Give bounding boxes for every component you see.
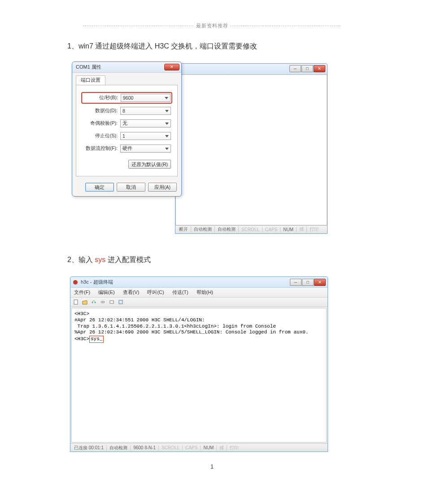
svg-point-2 [92, 302, 93, 303]
svg-rect-7 [119, 300, 122, 304]
host-titlebar: ─ □ ✕ [175, 64, 327, 75]
dialog-title: COM1 属性 [74, 64, 164, 70]
field-flowcontrol: 数据流控制(F): 硬件 [83, 145, 171, 153]
terminal-window: h3c - 超级终端 ─ □ ✕ 文件(F) 编辑(E) 查看(V) 呼叫(C)… [70, 276, 328, 452]
menu-file[interactable]: 文件(F) [72, 289, 92, 296]
dialog-titlebar: COM1 属性 ✕ [72, 62, 181, 73]
menu-bar: 文件(F) 编辑(E) 查看(V) 呼叫(C) 传送(T) 帮助(H) [70, 288, 328, 298]
cancel-button[interactable]: 取消 [117, 183, 145, 192]
host-window: ─ □ ✕ 断开 自动检测 自动检测 SCROLL CAPS NUM 捕 打印 [175, 63, 328, 234]
status-cell: 自动检测 [107, 445, 131, 451]
close-button[interactable]: ✕ [314, 279, 326, 286]
dialog-body: 位/秒(B): 9600 数据位(D): 8 奇偶校验(P): 无 停止位(S)… [76, 85, 178, 176]
svg-point-0 [73, 280, 78, 285]
status-cell: 已连接 00:01:1 [71, 445, 107, 451]
terminal-titlebar: h3c - 超级终端 ─ □ ✕ [70, 277, 328, 288]
menu-view[interactable]: 查看(V) [121, 289, 141, 296]
restore-defaults-button[interactable]: 还原为默认值(R) [128, 160, 171, 169]
menu-help[interactable]: 帮助(H) [195, 289, 215, 296]
status-cell: NUM [280, 227, 297, 232]
svg-point-4 [101, 301, 103, 303]
svg-rect-6 [110, 301, 114, 303]
status-cell: 断开 [176, 226, 191, 232]
combo-parity[interactable]: 无 [120, 119, 171, 127]
close-button[interactable]: ✕ [314, 65, 325, 72]
combo-databits[interactable]: 8 [120, 107, 171, 115]
menu-edit[interactable]: 编辑(E) [96, 289, 117, 296]
label-parity: 奇偶校验(P): [83, 120, 118, 127]
label-flowcontrol: 数据流控制(F): [83, 145, 118, 152]
com1-properties-dialog: COM1 属性 ✕ 端口设置 位/秒(B): 9600 数据位(D): 8 [72, 61, 182, 197]
dialog-button-row: 确定 取消 应用(A) [72, 180, 181, 196]
status-cell: 自动检测 [215, 226, 239, 232]
field-stopbits: 停止位(S): 1 [83, 132, 171, 140]
status-cell: NUM [201, 445, 217, 450]
minimize-button[interactable]: ─ [290, 279, 302, 286]
terminal-output[interactable]: <H3C> #Apr 26 12:02:34:551 2000 H3C SHEL… [71, 308, 327, 443]
maximize-button[interactable]: □ [302, 279, 314, 286]
menu-call[interactable]: 呼叫(C) [145, 289, 166, 296]
svg-rect-1 [74, 300, 78, 304]
page-header: ········································… [67, 22, 357, 29]
send-icon[interactable] [108, 298, 115, 306]
apply-button[interactable]: 应用(A) [148, 183, 177, 192]
host-status-bar: 断开 自动检测 自动检测 SCROLL CAPS NUM 捕 打印 [175, 225, 327, 233]
status-cell: CAPS [183, 445, 201, 450]
terminal-status-bar: 已连接 00:01:1 自动检测 9600 8-N-1 SCROLL CAPS … [70, 443, 328, 451]
status-cell: 打印 [227, 445, 241, 451]
field-parity: 奇偶校验(P): 无 [83, 119, 171, 127]
svg-point-3 [95, 302, 96, 303]
maximize-button[interactable]: □ [302, 65, 313, 72]
status-cell: 9600 8-N-1 [131, 445, 159, 450]
status-cell: 打印 [307, 226, 321, 232]
ok-button[interactable]: 确定 [85, 183, 114, 192]
app-icon [72, 279, 79, 285]
status-cell: 自动检测 [191, 226, 215, 232]
tool-bar [70, 298, 328, 307]
step1-heading: 1、win7 通过超级终端进入 H3C 交换机，端口设置需要修改 [67, 40, 357, 52]
new-icon[interactable] [72, 298, 79, 306]
field-bps: 位/秒(B): 9600 [83, 93, 171, 102]
sys-command-highlight: sys_ [89, 336, 104, 343]
dialog-close-button[interactable]: ✕ [164, 64, 179, 70]
field-databits: 数据位(D): 8 [83, 107, 171, 115]
combo-stopbits[interactable]: 1 [120, 132, 171, 140]
status-cell: SCROLL [239, 227, 262, 232]
status-cell: 捕 [217, 445, 227, 451]
step1-figure: ─ □ ✕ 断开 自动检测 自动检测 SCROLL CAPS NUM 捕 打印 … [72, 63, 328, 234]
tab-port-settings[interactable]: 端口设置 [76, 75, 105, 85]
label-bps: 位/秒(B): [83, 95, 118, 101]
disconnect-icon[interactable] [99, 298, 106, 306]
terminal-title: h3c - 超级终端 [81, 279, 290, 285]
status-cell: 捕 [297, 226, 307, 232]
menu-transfer[interactable]: 传送(T) [170, 289, 190, 296]
dialog-tabs: 端口设置 [72, 73, 181, 85]
minimize-button[interactable]: ─ [289, 65, 301, 72]
status-cell: CAPS [262, 227, 280, 232]
label-stopbits: 停止位(S): [83, 133, 118, 139]
combo-bps[interactable]: 9600 [121, 94, 170, 102]
connect-icon[interactable] [90, 298, 97, 306]
page-number: 1 [67, 463, 357, 470]
step2-heading: 2、输入 sys 进入配置模式 [67, 254, 357, 266]
host-client-area [175, 75, 327, 225]
svg-point-5 [103, 301, 105, 303]
properties-icon[interactable] [117, 298, 124, 306]
open-icon[interactable] [81, 298, 88, 306]
status-cell: SCROLL [159, 445, 183, 450]
combo-flowcontrol[interactable]: 硬件 [120, 145, 171, 153]
label-databits: 数据位(D): [83, 108, 118, 114]
